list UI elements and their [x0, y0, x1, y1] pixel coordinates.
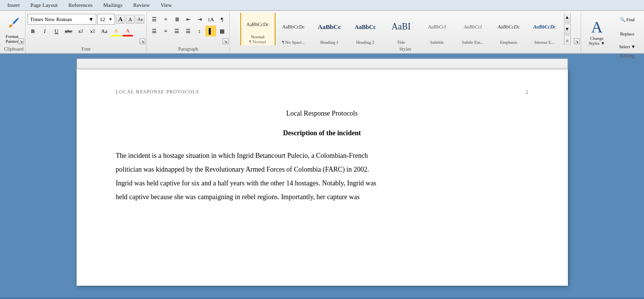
ribbon-tabs: Insert Page Layout References Mailings R… [0, 0, 644, 11]
clipboard-corner[interactable]: ↘ [18, 38, 24, 44]
styles-scroll-down[interactable]: ▼ [564, 24, 571, 34]
tab-view[interactable]: View [155, 0, 177, 10]
paragraph-group: ☰ ≡ ≣ ⇤ ⇥ ↕A ¶ ☰ ≡ ☰ ☰ ↕ ▌ ▦ P [147, 12, 230, 53]
font-name-row: Times New Roman ▼ 12 ▼ A A Aa [28, 14, 144, 25]
style-subtle-em-preview: AaBbCcI [457, 14, 489, 40]
show-para-btn[interactable]: ¶ [217, 14, 227, 25]
change-styles-icon: A [591, 19, 602, 35]
line-spacing-btn[interactable]: ↕ [194, 26, 205, 36]
tab-mailings[interactable]: Mailings [98, 0, 128, 10]
borders-btn[interactable]: ▦ [217, 26, 227, 36]
clipboard-group: 🖌️ Format Painter Clipboard ↘ [2, 12, 26, 53]
styles-scroll-more[interactable]: ≡ [564, 35, 571, 45]
ruler: · · · · · · · · · · · · · · · · · · · · … [77, 59, 568, 69]
ribbon: Insert Page Layout References Mailings R… [0, 0, 644, 54]
change-case-btn[interactable]: Aa [99, 26, 110, 36]
paragraph-2[interactable]: politician was kidnapped by the Revoluti… [116, 163, 529, 177]
font-group-label: Font [28, 45, 144, 52]
style-subtitle-label: Subtitle [421, 40, 453, 45]
style-subtle-em[interactable]: AaBbCcI Subtle Em... [455, 13, 491, 45]
tab-review[interactable]: Review [128, 0, 155, 10]
paragraph-1[interactable]: The incident is a hostage situation in w… [116, 149, 529, 163]
font-name-value: Times New Roman [30, 16, 72, 22]
style-normal-preview: AaBbCcDc [242, 15, 274, 34]
font-group: Times New Roman ▼ 12 ▼ A A Aa B I U abc [26, 12, 147, 53]
page-wrapper: · · · · · · · · · · · · · · · · · · · · … [77, 59, 568, 293]
shading-btn[interactable]: ▌ [205, 26, 216, 36]
align-right-btn[interactable]: ☰ [171, 26, 182, 36]
styles-items-container: AaBbCcDc Normal ¶ Normal AaBbCcDc ¶ No S… [240, 13, 571, 45]
font-color-btn[interactable]: A [122, 26, 133, 36]
strikethrough-btn[interactable]: abc [63, 26, 74, 36]
styles-scroll-up[interactable]: ▲ [564, 13, 571, 23]
header-title: LOCAL RESPONSE PROTOCOLS [116, 89, 199, 94]
font-size-value: 12 [100, 16, 105, 22]
styles-group-label: Styles [232, 45, 579, 52]
style-subtle-em-label: Subtle Em... [457, 40, 489, 45]
select-btn[interactable]: Select ▼ [617, 41, 637, 52]
style-heading1[interactable]: AaBbCc Heading 1 [312, 13, 347, 45]
multi-list-btn[interactable]: ≣ [171, 14, 182, 25]
document-area: · · · · · · · · · · · · · · · · · · · · … [0, 54, 644, 298]
paragraph-group-label: Paragraph [149, 45, 227, 52]
paragraph-corner[interactable]: ↘ [223, 38, 228, 44]
editing-group: 🔍 Find Replace Select ▼ Editing [613, 12, 642, 53]
bullets-btn[interactable]: ☰ [149, 14, 160, 25]
page-header: LOCAL RESPONSE PROTOCOLS 2 [116, 89, 529, 95]
tab-insert[interactable]: Insert [2, 0, 25, 10]
styles-group: AaBbCcDc Normal ¶ Normal AaBbCcDc ¶ No S… [230, 12, 581, 53]
style-subtitle[interactable]: AaBbCcI Subtitle [420, 13, 455, 45]
editing-group-label: Editing [615, 52, 640, 59]
change-styles-btn[interactable]: A ChangeStyles ▼ [583, 15, 611, 50]
sort-btn[interactable]: ↕A [205, 14, 216, 25]
font-corner[interactable]: ↘ [140, 38, 145, 44]
italic-btn[interactable]: I [39, 26, 50, 36]
style-title[interactable]: AaBI Title [384, 13, 419, 45]
clear-format-btn[interactable]: Aa [136, 15, 144, 24]
find-btn[interactable]: 🔍 Find [618, 13, 637, 27]
numbering-btn[interactable]: ≡ [160, 14, 171, 25]
highlight-color-btn[interactable]: A [111, 26, 121, 36]
paragraph-4[interactable]: held captive because she was campaigning… [116, 190, 529, 204]
document-page[interactable]: LOCAL RESPONSE PROTOCOLS 2 Local Respons… [77, 69, 568, 286]
decrease-indent-btn[interactable]: ⇤ [183, 14, 194, 25]
paragraph-3[interactable]: Ingrid was held captive for six and a ha… [116, 177, 529, 190]
style-normal[interactable]: AaBbCcDc Normal ¶ Normal [240, 13, 276, 45]
style-no-spacing-preview: AaBbCcDc [278, 14, 310, 40]
font-size-dropdown[interactable]: 12 ▼ [97, 14, 115, 25]
style-intense-em-label: Intense E... [529, 40, 561, 45]
style-heading2-label: Heading 2 [349, 40, 382, 45]
tab-references[interactable]: References [63, 0, 98, 10]
align-center-btn[interactable]: ≡ [160, 26, 171, 36]
font-grow-btn[interactable]: A [116, 15, 125, 24]
subscript-btn[interactable]: x2 [75, 26, 86, 36]
font-name-dropdown[interactable]: Times New Roman ▼ [28, 14, 96, 25]
change-styles-group: A ChangeStyles ▼ [581, 12, 613, 53]
font-shrink-btn[interactable]: A [126, 15, 135, 24]
font-name-arrow: ▼ [88, 16, 94, 22]
bold-btn[interactable]: B [28, 26, 38, 36]
style-emphasis[interactable]: AaBbCcDc Emphasis [491, 13, 527, 45]
replace-btn[interactable]: Replace [618, 29, 637, 39]
tab-page-layout[interactable]: Page Layout [25, 0, 63, 10]
list-row: ☰ ≡ ≣ ⇤ ⇥ ↕A ¶ [149, 14, 227, 25]
styles-corner[interactable]: ↘ [574, 38, 580, 44]
superscript-btn[interactable]: x2 [87, 26, 98, 36]
style-title-preview: AaBI [385, 14, 418, 40]
doc-title: Local Response Protocols [116, 110, 529, 118]
style-no-spacing[interactable]: AaBbCcDc ¶ No Spaci... [276, 13, 311, 45]
font-format-row: B I U abc x2 x2 Aa A A [28, 26, 133, 36]
style-subtitle-preview: AaBbCcI [421, 14, 453, 40]
underline-btn[interactable]: U [51, 26, 62, 36]
align-left-btn[interactable]: ☰ [149, 26, 160, 36]
increase-indent-btn[interactable]: ⇥ [194, 14, 205, 25]
format-painter-btn[interactable]: 🖌️ [4, 13, 24, 32]
style-intense-em[interactable]: AaBbCcDc Intense E... [527, 13, 562, 45]
ribbon-content: 🖌️ Format Painter Clipboard ↘ Times New … [0, 11, 644, 53]
style-heading2[interactable]: AaBbCc Heading 2 [348, 13, 383, 45]
font-size-arrow: ▼ [109, 17, 112, 22]
style-normal-label: Normal [242, 34, 274, 39]
change-styles-label: ChangeStyles ▼ [588, 36, 605, 46]
styles-scroll-controls: ▲ ▼ ≡ [564, 13, 571, 45]
justify-btn[interactable]: ☰ [183, 26, 194, 36]
